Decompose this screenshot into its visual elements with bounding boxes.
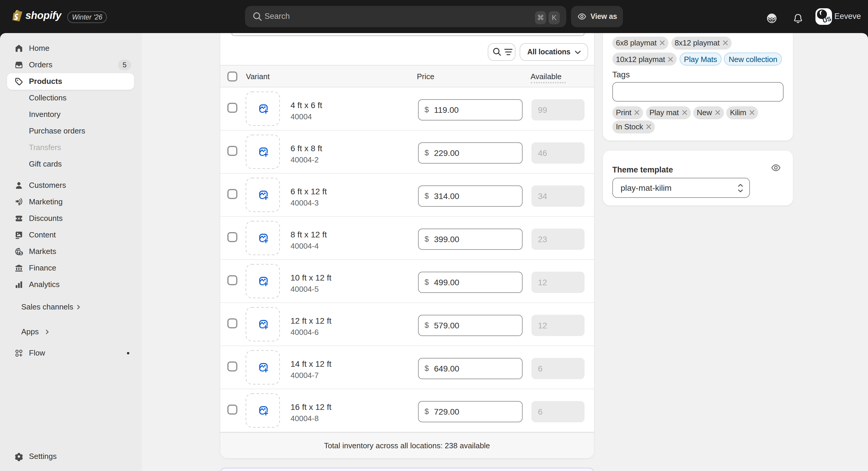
svg-text:$: $ <box>20 251 22 255</box>
